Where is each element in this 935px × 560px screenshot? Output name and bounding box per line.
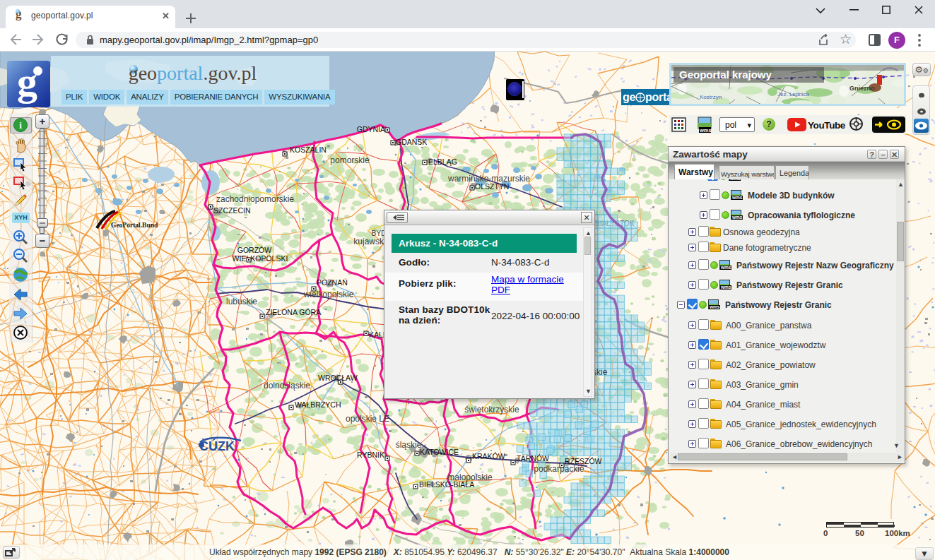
svg-text:lubuskie: lubuskie	[226, 297, 257, 306]
svg-text:zachodniopomorskie: zachodniopomorskie	[216, 194, 294, 204]
svg-text:SZCZECIN: SZCZECIN	[213, 206, 251, 215]
svg-text:podkarpackie: podkarpackie	[534, 464, 584, 474]
svg-text:ČÚZK: ČÚZK	[199, 439, 235, 453]
svg-text:TARNÓW: TARNÓW	[517, 454, 549, 463]
svg-text:GDAŃSK: GDAŃSK	[396, 138, 427, 146]
svg-text:pomorskie: pomorskie	[330, 155, 370, 165]
svg-text:GeoPortal.Bund: GeoPortal.Bund	[111, 222, 158, 229]
svg-text:ZIELONA GÓRA: ZIELONA GÓRA	[266, 308, 321, 316]
svg-text:świętokrzyskie: świętokrzyskie	[464, 405, 519, 415]
svg-text:KATOWICE: KATOWICE	[420, 448, 459, 456]
svg-text:RZESZÓW: RZESZÓW	[565, 457, 602, 465]
svg-text:WROCŁAW: WROCŁAW	[318, 374, 358, 382]
svg-text:WAŁBRZYCH: WAŁBRZYCH	[295, 400, 341, 409]
svg-text:OLSZTYN: OLSZTYN	[475, 182, 509, 191]
svg-text:BIELSKO-BIAŁA: BIELSKO-BIAŁA	[419, 480, 474, 489]
svg-text:KOSZALIN: KOSZALIN	[290, 145, 327, 154]
svg-text:Kostrzyn: Kostrzyn	[700, 94, 722, 100]
svg-text:Gniezno: Gniezno	[849, 85, 875, 92]
svg-text:wms: wms	[699, 127, 712, 133]
svg-text:śląskie: śląskie	[396, 440, 422, 450]
svg-text:RYBNIK: RYBNIK	[357, 451, 384, 459]
svg-text:GORZÓW: GORZÓW	[237, 246, 271, 254]
svg-text:WIELKOPOLSKI: WIELKOPOLSKI	[233, 254, 288, 263]
svg-text:dolnośląskie: dolnośląskie	[264, 381, 310, 391]
svg-text:KRAKÓW: KRAKÓW	[472, 452, 505, 460]
svg-text:Jez. Lednica: Jez. Lednica	[777, 91, 809, 97]
svg-text:opolskie LE: opolskie LE	[346, 414, 389, 424]
svg-text:GDYNIA: GDYNIA	[357, 125, 385, 133]
svg-text:i: i	[19, 120, 22, 131]
svg-text:YouTube: YouTube	[808, 120, 846, 131]
svg-text:ELBLĄG: ELBLĄG	[428, 157, 457, 166]
svg-text:wielkopolskie: wielkopolskie	[303, 290, 354, 299]
svg-text:POZNAŃ: POZNAŃ	[317, 278, 348, 287]
